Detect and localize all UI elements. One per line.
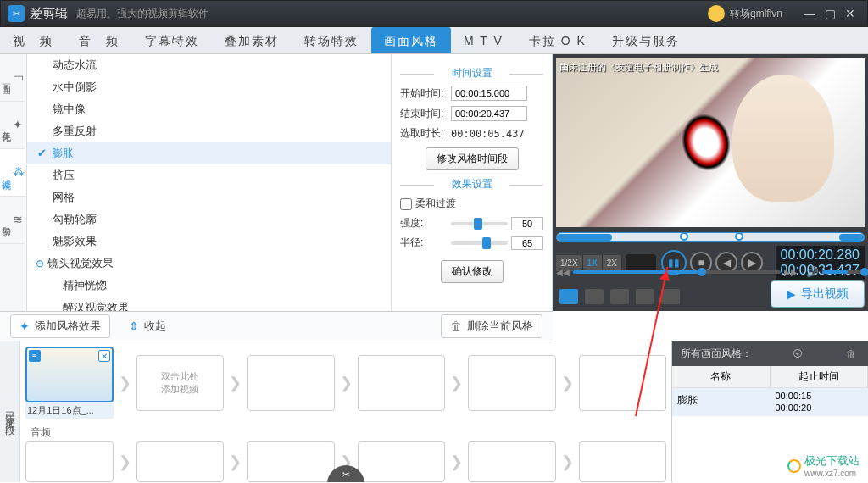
preview-video[interactable] bbox=[556, 58, 865, 227]
end-time-input[interactable] bbox=[451, 106, 527, 121]
styles-list-title: 所有画面风格： bbox=[681, 347, 752, 361]
new-icon[interactable] bbox=[559, 289, 578, 304]
strength-slider[interactable] bbox=[451, 222, 508, 225]
locate-icon[interactable]: ⦿ bbox=[789, 348, 806, 360]
tree-item[interactable]: 水中倒影 bbox=[27, 76, 391, 98]
delete-style-button[interactable]: 🗑删除当前风格 bbox=[441, 314, 542, 338]
sidetab-filter[interactable]: ⁂滤镜 bbox=[0, 149, 26, 197]
volume-slider[interactable] bbox=[822, 270, 865, 274]
maximize-button[interactable]: ▢ bbox=[820, 7, 840, 20]
arrow-icon: ❯ bbox=[340, 374, 353, 392]
watermark: 由未注册的《友谊电子相册制作》生成 bbox=[559, 61, 718, 74]
clips-side-label: 已添加片段 bbox=[0, 341, 20, 482]
arrow-icon: ❯ bbox=[229, 452, 242, 471]
tree-item[interactable]: 动态水流 bbox=[27, 54, 391, 76]
rewind-icon[interactable]: ◀◀ bbox=[556, 268, 570, 277]
tree-item[interactable]: 镜中像 bbox=[27, 98, 391, 120]
tab-0[interactable]: 视 频 bbox=[0, 27, 66, 53]
soft-checkbox[interactable]: 柔和过渡 bbox=[400, 197, 543, 211]
clip-slot[interactable] bbox=[579, 355, 667, 411]
strength-value[interactable] bbox=[511, 217, 543, 230]
export-button[interactable]: ▶导出视频 bbox=[771, 280, 865, 308]
app-subtitle: 超易用、强大的视频剪辑软件 bbox=[76, 7, 209, 21]
add-style-button[interactable]: ✦添加风格效果 bbox=[10, 314, 110, 338]
main-tabs: 视 频音 频字幕特效叠加素材转场特效画面风格M T V卡拉 O K升级与服务 bbox=[0, 27, 868, 54]
sidetab-scene[interactable]: ≋动景 bbox=[0, 197, 25, 244]
forward-icon[interactable]: ▶▶ bbox=[784, 268, 798, 277]
audio-label: 音频 bbox=[25, 424, 666, 441]
cloud-icon[interactable] bbox=[636, 289, 654, 304]
tree-item[interactable]: 醉汉视觉效果 bbox=[27, 297, 391, 311]
tree-item[interactable]: 魅影效果 bbox=[27, 230, 391, 253]
start-time-input[interactable] bbox=[451, 86, 527, 101]
arrow-icon: ❯ bbox=[119, 374, 131, 392]
title-bar: ✂ 爱剪辑 超易用、强大的视频剪辑软件 转场gmlflvn — ▢ ✕ bbox=[0, 0, 868, 27]
volume-icon[interactable]: 🔊 bbox=[806, 266, 819, 278]
site-logo: 极光下载站www.xz7.com bbox=[787, 453, 860, 478]
minimize-button[interactable]: — bbox=[799, 7, 820, 20]
tab-1[interactable]: 音 频 bbox=[66, 27, 132, 53]
tab-4[interactable]: 转场特效 bbox=[292, 27, 371, 53]
clips-area: ≡✕12月1日16点_...❯双击此处 添加视频❯❯❯❯ 音频 ❯❯❯❯❯ ✂ bbox=[20, 341, 671, 482]
audio-slot[interactable] bbox=[358, 441, 446, 482]
radius-slider[interactable] bbox=[451, 242, 508, 245]
avatar[interactable] bbox=[708, 5, 725, 22]
tab-3[interactable]: 叠加素材 bbox=[212, 27, 292, 53]
save-icon[interactable] bbox=[610, 289, 629, 304]
duration-value: 00:00:05.437 bbox=[451, 128, 525, 140]
style-row[interactable]: 膨胀 00:00:1500:00:20 bbox=[672, 388, 868, 416]
export-icon: ▶ bbox=[787, 287, 796, 301]
time-section-label: 时间设置 bbox=[400, 66, 543, 80]
effect-section-label: 效果设置 bbox=[400, 177, 543, 192]
trash-icon: 🗑 bbox=[450, 319, 462, 333]
clip-slot[interactable] bbox=[247, 355, 335, 411]
edit-time-button[interactable]: 修改风格时间段 bbox=[426, 147, 519, 170]
app-title: 爱剪辑 bbox=[30, 6, 68, 22]
user-name: 转场gmlflvn bbox=[730, 7, 782, 21]
arrow-icon: ❯ bbox=[450, 374, 463, 392]
settings-panel: 时间设置 开始时间: 结束时间: 选取时长:00:00:05.437 修改风格时… bbox=[392, 54, 553, 311]
collapse-button[interactable]: ⇕收起 bbox=[120, 315, 175, 337]
tab-7[interactable]: 卡拉 O K bbox=[516, 27, 599, 53]
clip-slot[interactable] bbox=[468, 355, 556, 411]
sidetab-frame[interactable]: ▭画面 bbox=[0, 54, 25, 102]
preview-area: 由未注册的《友谊电子相册制作》生成 1/2X 1X 2X ▮▮ ■ ◀ ▶ 00… bbox=[553, 54, 868, 311]
sidetab-beautify[interactable]: ✦美化 bbox=[0, 102, 25, 149]
tab-8[interactable]: 升级与服务 bbox=[599, 27, 693, 53]
close-button[interactable]: ✕ bbox=[840, 7, 860, 20]
tree-item[interactable]: 多重反射 bbox=[27, 120, 391, 142]
share-icon[interactable] bbox=[661, 289, 680, 304]
scrub-bar[interactable] bbox=[573, 270, 781, 274]
arrow-icon: ❯ bbox=[561, 452, 574, 471]
tree-item[interactable]: 网格 bbox=[27, 186, 391, 208]
radius-value[interactable] bbox=[511, 236, 543, 250]
open-icon[interactable] bbox=[585, 289, 604, 304]
audio-slot[interactable] bbox=[247, 441, 335, 482]
arrow-icon: ❯ bbox=[119, 452, 131, 471]
audio-slot[interactable] bbox=[25, 441, 114, 482]
tree-group[interactable]: 镜头视觉效果 bbox=[27, 253, 391, 275]
audio-slot[interactable] bbox=[136, 441, 225, 482]
tab-5[interactable]: 画面风格 bbox=[371, 27, 451, 53]
tree-item[interactable]: 精神恍惚 bbox=[27, 275, 391, 297]
arrow-icon: ❯ bbox=[450, 452, 463, 471]
clip-slot[interactable]: 双击此处 添加视频 bbox=[136, 355, 225, 411]
wand-icon: ✦ bbox=[19, 319, 30, 333]
tree-item[interactable]: 膨胀 bbox=[27, 142, 391, 164]
app-icon: ✂ bbox=[8, 5, 25, 22]
clip-slot[interactable] bbox=[358, 355, 446, 411]
audio-slot[interactable] bbox=[468, 441, 556, 482]
clip-thumb[interactable]: ≡✕ bbox=[25, 347, 114, 402]
confirm-button[interactable]: 确认修改 bbox=[441, 260, 504, 283]
tab-6[interactable]: M T V bbox=[451, 27, 516, 53]
audio-slot[interactable] bbox=[579, 441, 667, 482]
tab-2[interactable]: 字幕特效 bbox=[132, 27, 212, 53]
timeline-track[interactable] bbox=[556, 232, 865, 242]
collapse-icon: ⇕ bbox=[129, 319, 139, 333]
effect-tree[interactable]: 动态水流水中倒影镜中像多重反射膨胀挤压网格勾勒轮廓魅影效果镜头视觉效果精神恍惚醉… bbox=[27, 54, 392, 311]
tree-item[interactable]: 勾勒轮廓 bbox=[27, 208, 391, 230]
delete-icon[interactable]: 🗑 bbox=[843, 348, 860, 360]
arrow-icon: ❯ bbox=[229, 374, 242, 392]
styles-list-pane: 所有画面风格： ⦿ 🗑 名称起止时间 膨胀 00:00:1500:00:20 极… bbox=[671, 341, 868, 482]
tree-item[interactable]: 挤压 bbox=[27, 164, 391, 186]
